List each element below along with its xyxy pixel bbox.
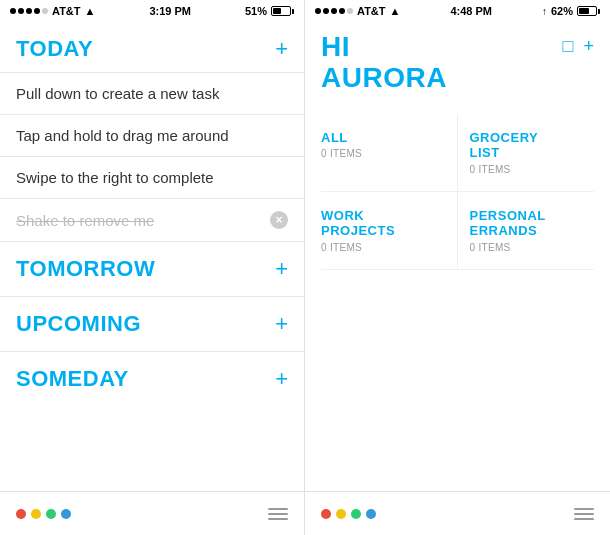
right-carrier-name: AT&T (357, 5, 386, 17)
wifi-icon: ▲ (85, 5, 96, 17)
comment-icon-button[interactable]: □ (563, 36, 574, 57)
bottom-bar-right (305, 491, 610, 535)
list-count-grocery: 0 ITEMS (470, 164, 583, 175)
right-battery-percent: 62% (551, 5, 573, 17)
task-item-3[interactable]: Swipe to the right to complete (0, 156, 304, 198)
upcoming-section[interactable]: UPCOMING + (0, 296, 304, 351)
right-time: 4:48 PM (450, 5, 492, 17)
list-name-grocery: GROCERY LIST (470, 130, 583, 161)
lists-grid: ALL 0 ITEMS GROCERY LIST 0 ITEMS WORK PR… (321, 114, 594, 270)
list-count-all: 0 ITEMS (321, 148, 445, 159)
today-section-header: TODAY + (0, 22, 304, 72)
task-text-1: Pull down to create a new task (16, 85, 219, 102)
list-count-work: 0 ITEMS (321, 242, 445, 253)
task-text-3: Swipe to the right to complete (16, 169, 214, 186)
list-item-all[interactable]: ALL 0 ITEMS (321, 114, 458, 192)
greeting-line1: HI (321, 32, 447, 63)
left-carrier-info: AT&T ▲ (10, 5, 95, 17)
dot-blue (61, 509, 71, 519)
dot-yellow (31, 509, 41, 519)
task-text-4: Shake to remove me (16, 212, 270, 229)
someday-section[interactable]: SOMEDAY + (0, 351, 304, 406)
color-dots-left[interactable] (16, 509, 71, 519)
greeting-header: HI AURORA □ + (321, 32, 594, 94)
upcoming-title: UPCOMING (16, 311, 141, 337)
left-time: 3:19 PM (149, 5, 191, 17)
status-bar-left: AT&T ▲ 3:19 PM 51% (0, 0, 304, 22)
right-hamburger-button[interactable] (574, 508, 594, 520)
right-dot-red (321, 509, 331, 519)
dot-red (16, 509, 26, 519)
right-content: HI AURORA □ + ALL 0 ITEMS GROCERY LIST 0… (305, 22, 610, 491)
clear-icon: × (275, 213, 282, 227)
task-text-2: Tap and hold to drag me around (16, 127, 229, 144)
right-wifi-icon: ▲ (390, 5, 401, 17)
right-signal-icon (315, 8, 353, 14)
hamburger-line-1 (268, 508, 288, 510)
left-panel: AT&T ▲ 3:19 PM 51% TODAY + Pull down to … (0, 0, 305, 535)
right-panel: AT&T ▲ 4:48 PM ↑ 62% HI AURORA (305, 0, 610, 535)
right-hamburger-line-1 (574, 508, 594, 510)
list-item-personal[interactable]: PERSONAL ERRANDS 0 ITEMS (458, 192, 595, 270)
list-name-work: WORK PROJECTS (321, 208, 445, 239)
status-bar-right: AT&T ▲ 4:48 PM ↑ 62% (305, 0, 610, 22)
left-battery: 51% (245, 5, 294, 17)
right-dot-yellow (336, 509, 346, 519)
tomorrow-section[interactable]: TOMORROW + (0, 241, 304, 296)
left-content: TODAY + Pull down to create a new task T… (0, 22, 304, 491)
right-dot-green (351, 509, 361, 519)
today-title: TODAY (16, 36, 93, 62)
tomorrow-title: TOMORROW (16, 256, 155, 282)
carrier-name: AT&T (52, 5, 81, 17)
tomorrow-add-button[interactable]: + (275, 258, 288, 280)
arrow-up-icon: ↑ (542, 6, 547, 17)
bottom-bar-left (0, 491, 304, 535)
someday-add-button[interactable]: + (275, 368, 288, 390)
greeting-line2: AURORA (321, 63, 447, 94)
header-actions: □ + (563, 36, 594, 57)
right-battery-icon (577, 6, 600, 16)
clear-task-button[interactable]: × (270, 211, 288, 229)
upcoming-add-button[interactable]: + (275, 313, 288, 335)
someday-title: SOMEDAY (16, 366, 129, 392)
list-name-personal: PERSONAL ERRANDS (470, 208, 583, 239)
signal-icon (10, 8, 48, 14)
right-carrier-info: AT&T ▲ (315, 5, 400, 17)
task-item-2[interactable]: Tap and hold to drag me around (0, 114, 304, 156)
list-name-all: ALL (321, 130, 445, 146)
right-dot-blue (366, 509, 376, 519)
list-count-personal: 0 ITEMS (470, 242, 583, 253)
list-item-grocery[interactable]: GROCERY LIST 0 ITEMS (458, 114, 595, 192)
hamburger-line-2 (268, 513, 288, 515)
today-add-button[interactable]: + (275, 38, 288, 60)
battery-percent: 51% (245, 5, 267, 17)
color-dots-right[interactable] (321, 509, 376, 519)
dot-green (46, 509, 56, 519)
right-add-button[interactable]: + (583, 36, 594, 57)
hamburger-menu-button[interactable] (268, 508, 288, 520)
task-item-4[interactable]: Shake to remove me × (0, 198, 304, 241)
task-item-1[interactable]: Pull down to create a new task (0, 72, 304, 114)
list-item-work[interactable]: WORK PROJECTS 0 ITEMS (321, 192, 458, 270)
hamburger-line-3 (268, 518, 288, 520)
right-hamburger-line-3 (574, 518, 594, 520)
greeting-text: HI AURORA (321, 32, 447, 94)
right-hamburger-line-2 (574, 513, 594, 515)
greeting-section: HI AURORA □ + (321, 32, 594, 94)
battery-icon (271, 6, 294, 16)
right-battery: ↑ 62% (542, 5, 600, 17)
